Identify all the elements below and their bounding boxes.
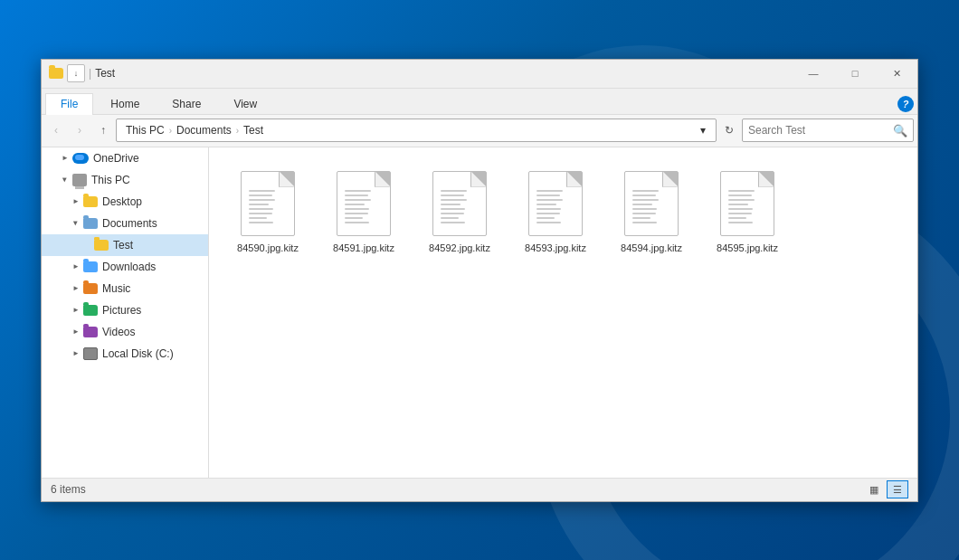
ribbon-tabs: File Home Share View ? xyxy=(42,89,917,114)
path-test[interactable]: Test xyxy=(240,122,267,138)
file-label-5: 84595.jpg.kitz xyxy=(717,242,778,254)
expand-thispc: ► xyxy=(60,175,71,185)
videos-folder-icon xyxy=(83,327,98,337)
quick-btn-1[interactable]: ↓ xyxy=(67,64,85,82)
search-input[interactable] xyxy=(748,124,893,137)
expand-localdisk: ► xyxy=(71,348,81,359)
help-button[interactable]: ? xyxy=(897,96,914,112)
explorer-window: ↓ | Test — □ ✕ File Home Share View ? ‹ … xyxy=(41,59,918,502)
expand-pictures: ► xyxy=(71,305,81,316)
title-bar: ↓ | Test — □ ✕ xyxy=(42,60,917,89)
back-button[interactable]: ‹ xyxy=(45,119,67,141)
file-grid: 84590.jpg.kitz 84591.jpg.kitz 84592.jpg.… xyxy=(227,166,899,260)
file-item-1[interactable]: 84591.jpg.kitz xyxy=(323,166,404,260)
quick-access-toolbar: ↓ xyxy=(67,64,85,82)
main-area: ► OneDrive ► This PC ► Desktop ► xyxy=(42,147,917,478)
close-button[interactable]: ✕ xyxy=(876,60,917,88)
sidebar-wrapper: ► OneDrive ► This PC ► Desktop ► xyxy=(42,147,209,478)
expand-onedrive: ► xyxy=(60,153,71,164)
file-item-3[interactable]: 84593.jpg.kitz xyxy=(515,166,596,260)
sidebar-label-music: Music xyxy=(102,282,130,295)
sidebar-label-pictures: Pictures xyxy=(102,304,141,317)
sidebar-label-downloads: Downloads xyxy=(102,261,156,273)
path-sep-2: › xyxy=(236,126,239,136)
tab-home[interactable]: Home xyxy=(95,93,155,114)
doc-icon-2 xyxy=(432,171,487,236)
pictures-folder-icon xyxy=(83,305,98,316)
title-icon xyxy=(49,66,63,81)
status-bar: 6 items ▦ ☰ xyxy=(42,478,917,501)
sidebar-label-videos: Videos xyxy=(102,326,135,338)
expand-videos: ► xyxy=(71,327,81,337)
file-label-1: 84591.jpg.kitz xyxy=(333,242,394,254)
view-grid-button[interactable]: ▦ xyxy=(863,480,885,498)
sidebar-item-downloads[interactable]: ► Downloads xyxy=(42,256,208,278)
path-sep-1: › xyxy=(169,126,172,136)
sidebar-label-localdisk: Local Disk (C:) xyxy=(102,347,174,360)
minimize-button[interactable]: — xyxy=(793,60,834,88)
sidebar-item-localdisk[interactable]: ► Local Disk (C:) xyxy=(42,343,208,365)
disk-icon xyxy=(83,347,98,360)
view-list-button[interactable]: ☰ xyxy=(887,480,908,498)
expand-desktop: ► xyxy=(71,196,81,207)
address-bar: ‹ › ↑ This PC › Documents › Test ▾ ↻ 🔍 xyxy=(42,115,917,147)
sidebar-label-test: Test xyxy=(113,239,133,252)
tab-file[interactable]: File xyxy=(45,93,93,115)
doc-icon-3 xyxy=(528,171,583,236)
file-label-0: 84590.jpg.kitz xyxy=(237,242,299,254)
onedrive-icon xyxy=(72,153,89,164)
expand-documents: ► xyxy=(71,218,81,229)
file-item-2[interactable]: 84592.jpg.kitz xyxy=(419,166,500,260)
file-label-4: 84594.jpg.kitz xyxy=(621,242,682,254)
file-item-4[interactable]: 84594.jpg.kitz xyxy=(611,166,692,260)
expand-test xyxy=(81,240,92,251)
sidebar-label-onedrive: OneDrive xyxy=(93,152,139,165)
doc-icon-4 xyxy=(624,171,679,236)
doc-icon-0 xyxy=(241,171,295,236)
tab-view[interactable]: View xyxy=(218,93,272,114)
sidebar-label-documents: Documents xyxy=(102,217,157,230)
sidebar-item-onedrive[interactable]: ► OneDrive xyxy=(42,147,208,169)
sidebar-label-desktop: Desktop xyxy=(102,195,142,208)
ribbon: File Home Share View ? xyxy=(42,89,917,115)
sidebar-label-thispc: This PC xyxy=(91,174,130,186)
sidebar-item-desktop[interactable]: ► Desktop xyxy=(42,191,208,213)
file-label-2: 84592.jpg.kitz xyxy=(429,242,490,254)
path-this-pc[interactable]: This PC xyxy=(122,122,168,138)
forward-button[interactable]: › xyxy=(69,119,90,141)
pc-icon xyxy=(72,174,87,186)
desktop-folder-icon xyxy=(83,196,98,207)
folder-icon xyxy=(49,68,63,79)
refresh-button[interactable]: ↻ xyxy=(718,119,740,141)
sidebar-item-videos[interactable]: ► Videos xyxy=(42,321,208,343)
file-item-5[interactable]: 84595.jpg.kitz xyxy=(707,166,788,260)
test-folder-icon xyxy=(94,240,109,251)
window-title: Test xyxy=(95,67,793,80)
path-documents[interactable]: Documents xyxy=(173,122,235,138)
path-dropdown-arrow[interactable]: ▾ xyxy=(696,121,710,139)
view-buttons: ▦ ☰ xyxy=(863,480,908,498)
documents-folder-icon xyxy=(83,218,98,229)
maximize-button[interactable]: □ xyxy=(834,60,876,88)
expand-downloads: ► xyxy=(71,261,81,272)
sidebar-item-pictures[interactable]: ► Pictures xyxy=(42,299,208,321)
doc-icon-5 xyxy=(720,171,774,236)
file-item-0[interactable]: 84590.jpg.kitz xyxy=(227,166,309,260)
window-controls: — □ ✕ xyxy=(793,60,917,88)
up-button[interactable]: ↑ xyxy=(92,119,114,141)
sidebar: ► OneDrive ► This PC ► Desktop ► xyxy=(42,147,209,478)
doc-icon-1 xyxy=(337,171,391,236)
downloads-folder-icon xyxy=(83,261,98,272)
tab-share[interactable]: Share xyxy=(157,93,216,114)
search-icon[interactable]: 🔍 xyxy=(893,124,907,138)
address-path[interactable]: This PC › Documents › Test ▾ xyxy=(116,119,717,142)
music-folder-icon xyxy=(83,283,98,294)
search-box[interactable]: 🔍 xyxy=(742,119,914,142)
expand-music: ► xyxy=(71,283,81,294)
status-item-count: 6 items xyxy=(51,483,863,496)
sidebar-item-music[interactable]: ► Music xyxy=(42,278,208,299)
sidebar-item-test[interactable]: Test xyxy=(42,234,208,256)
sidebar-item-documents[interactable]: ► Documents xyxy=(42,213,208,234)
file-label-3: 84593.jpg.kitz xyxy=(525,242,586,254)
sidebar-item-thispc[interactable]: ► This PC xyxy=(42,169,208,191)
